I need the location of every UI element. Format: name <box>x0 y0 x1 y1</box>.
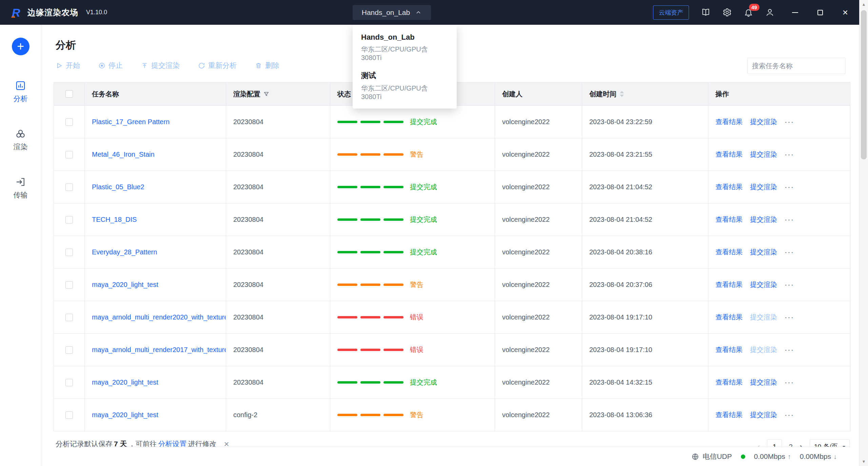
more-actions-button[interactable]: ··· <box>785 346 794 354</box>
row-checkbox[interactable] <box>65 281 73 289</box>
view-result-link[interactable]: 查看结果 <box>715 248 743 257</box>
table-row[interactable]: TECH_18_DIS 20230804 提交完成 volcengine2022… <box>54 203 850 236</box>
more-actions-button[interactable]: ··· <box>785 280 794 289</box>
docs-book-icon[interactable] <box>701 8 710 17</box>
task-name-link[interactable]: Everyday_28_Pattern <box>92 248 157 256</box>
task-name-link[interactable]: Plastic_17_Green Pattern <box>92 118 170 126</box>
more-actions-button[interactable]: ··· <box>785 118 794 127</box>
more-actions-button[interactable]: ··· <box>785 215 794 224</box>
table-row[interactable]: maya_2020_light_test 20230804 警告 volceng… <box>54 269 850 301</box>
submit-render-button[interactable]: 提交渲染 <box>141 61 180 70</box>
table-row[interactable]: Plastic_05_Blue2 20230804 提交完成 volcengin… <box>54 171 850 203</box>
submit-render-link[interactable]: 提交渲染 <box>750 410 777 420</box>
submit-render-link[interactable]: 提交渲染 <box>750 280 777 289</box>
row-checkbox[interactable] <box>65 118 73 126</box>
progress-bar-segment <box>360 316 380 318</box>
sidebar-item-transfer[interactable]: 传输 <box>0 177 41 200</box>
sidebar-item-render[interactable]: 渲染 <box>0 129 41 152</box>
view-result-link[interactable]: 查看结果 <box>715 117 743 127</box>
more-actions-button[interactable]: ··· <box>785 248 794 257</box>
submit-render-link[interactable]: 提交渲染 <box>750 182 777 192</box>
submit-render-link[interactable]: 提交渲染 <box>750 117 777 127</box>
task-name-link[interactable]: maya_arnold_multi_render2020_with_textur… <box>92 313 226 321</box>
submit-render-link[interactable]: 提交渲染 <box>750 215 777 224</box>
select-all-checkbox[interactable] <box>65 90 73 98</box>
task-name-link[interactable]: Metal_46_Iron_Stain <box>92 151 155 158</box>
table-row[interactable]: maya_2020_light_test config-2 警告 volceng… <box>54 399 850 431</box>
view-result-link[interactable]: 查看结果 <box>715 313 743 322</box>
new-task-button[interactable]: + <box>12 38 29 55</box>
row-checkbox[interactable] <box>65 249 73 256</box>
network-type[interactable]: 电信UDP <box>691 452 732 461</box>
row-checkbox[interactable] <box>65 411 73 419</box>
row-checkbox[interactable] <box>65 379 73 386</box>
more-actions-button[interactable]: ··· <box>785 411 794 420</box>
creator-cell: volcengine2022 <box>495 269 582 301</box>
maximize-button[interactable] <box>816 8 825 17</box>
cluster-option-hands-on-lab[interactable]: Hands_on_Lab 华东二区/CPU/GPU含3080Ti <box>353 28 457 66</box>
progress-bar-segment <box>383 251 403 253</box>
row-checkbox[interactable] <box>65 314 73 321</box>
cluster-option-test[interactable]: 测试 华东二区/CPU/GPU含3080Ti <box>353 66 457 105</box>
column-created-time: 创建时间 <box>582 82 708 106</box>
scrollbar-down-arrow[interactable]: ▼ <box>860 457 868 466</box>
progress-bar-segment <box>360 284 380 286</box>
delete-button[interactable]: 删除 <box>255 61 279 70</box>
submit-render-link[interactable]: 提交渲染 <box>750 248 777 257</box>
task-name-link[interactable]: Plastic_05_Blue2 <box>92 183 144 191</box>
window-scrollbar[interactable]: ▲ ▼ <box>859 0 868 466</box>
more-actions-button[interactable]: ··· <box>785 150 794 159</box>
row-checkbox[interactable] <box>65 183 73 191</box>
view-result-link[interactable]: 查看结果 <box>715 182 743 192</box>
status-cell: 错误 <box>330 301 495 334</box>
submit-render-link[interactable]: 提交渲染 <box>750 378 777 387</box>
scrollbar-up-arrow[interactable]: ▲ <box>860 0 868 9</box>
row-checkbox[interactable] <box>65 151 73 158</box>
table-row[interactable]: Everyday_28_Pattern 20230804 提交完成 volcen… <box>54 236 850 269</box>
more-actions-button[interactable]: ··· <box>785 378 794 387</box>
submit-render-link[interactable]: 提交渲染 <box>750 150 777 159</box>
reanalyze-button[interactable]: 重新分析 <box>198 61 237 70</box>
view-result-link[interactable]: 查看结果 <box>715 378 743 387</box>
search-input[interactable] <box>752 62 842 70</box>
row-checkbox[interactable] <box>65 216 73 224</box>
cluster-selector[interactable]: Hands_on_Lab <box>353 5 431 20</box>
render-config-cell: 20230804 <box>226 366 330 399</box>
filter-icon[interactable] <box>263 91 269 97</box>
task-name-cell: maya_2020_light_test <box>85 399 226 431</box>
reanalyze-button-label: 重新分析 <box>208 61 237 70</box>
notifications-bell-icon[interactable]: 49 <box>744 8 753 17</box>
sidebar-item-analysis[interactable]: 分析 <box>0 80 41 103</box>
more-actions-button[interactable]: ··· <box>785 313 794 322</box>
sort-icon[interactable] <box>620 91 624 97</box>
stop-button[interactable]: 停止 <box>98 61 123 70</box>
table-row[interactable]: Plastic_17_Green Pattern 20230804 提交完成 v… <box>54 106 850 138</box>
view-result-link[interactable]: 查看结果 <box>715 215 743 224</box>
submit-render-link[interactable]: 提交渲染 <box>750 345 777 354</box>
view-result-link[interactable]: 查看结果 <box>715 345 743 354</box>
start-button[interactable]: 开始 <box>56 61 80 70</box>
task-name-link[interactable]: maya_2020_light_test <box>92 378 158 386</box>
task-name-link[interactable]: maya_2020_light_test <box>92 411 158 419</box>
table-row[interactable]: maya_2020_light_test 20230804 提交完成 volce… <box>54 366 850 399</box>
network-type-label: 电信UDP <box>703 452 732 461</box>
scrollbar-thumb[interactable] <box>861 10 867 159</box>
close-button[interactable]: × <box>841 8 850 17</box>
row-checkbox[interactable] <box>65 346 73 354</box>
task-name-link[interactable]: maya_arnold_multi_render2017_with_textur… <box>92 346 226 354</box>
table-row[interactable]: maya_arnold_multi_render2020_with_textur… <box>54 301 850 334</box>
more-actions-button[interactable]: ··· <box>785 183 794 192</box>
view-result-link[interactable]: 查看结果 <box>715 410 743 420</box>
user-profile-icon[interactable] <box>765 8 774 17</box>
minimize-button[interactable] <box>791 8 800 17</box>
settings-gear-icon[interactable] <box>723 8 732 17</box>
status-text: 错误 <box>410 345 423 354</box>
submit-render-link[interactable]: 提交渲染 <box>750 313 777 322</box>
table-row[interactable]: maya_arnold_multi_render2017_with_textur… <box>54 334 850 366</box>
task-name-link[interactable]: TECH_18_DIS <box>92 216 137 224</box>
table-row[interactable]: Metal_46_Iron_Stain 20230804 警告 volcengi… <box>54 138 850 171</box>
task-name-link[interactable]: maya_2020_light_test <box>92 281 158 289</box>
cloud-assets-button[interactable]: 云端资产 <box>653 5 689 20</box>
view-result-link[interactable]: 查看结果 <box>715 150 743 159</box>
view-result-link[interactable]: 查看结果 <box>715 280 743 289</box>
